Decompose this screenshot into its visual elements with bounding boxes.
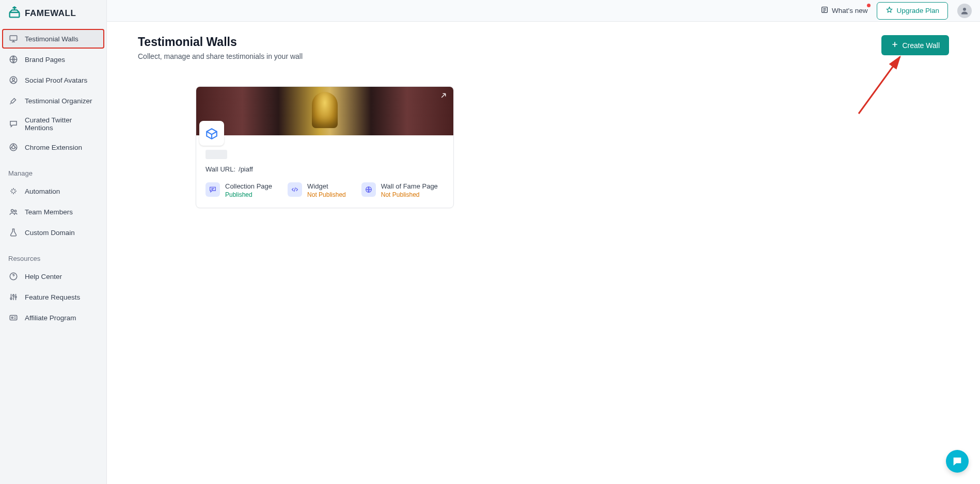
wall-banner [196,87,453,135]
svg-rect-0 [10,12,20,17]
wall-card[interactable]: Wall URL: /piaff Collection Page Publish… [196,86,454,208]
create-wall-label: Create Wall [902,41,940,50]
news-icon [820,6,829,15]
sidebar-item-label: Chrome Extension [25,144,82,151]
sidebar-item-testimonial-walls[interactable]: Testimonial Walls [2,29,104,49]
stat-widget[interactable]: Widget Not Published [288,182,346,198]
globe-icon [8,54,19,65]
sidebar-item-label: Curated Twitter Mentions [25,116,98,132]
stat-status: Not Published [381,191,438,198]
nav-section-manage: Manage [3,158,103,181]
sidebar-item-curated-twitter-mentions[interactable]: Curated Twitter Mentions [3,112,103,136]
chrome-icon [8,142,19,152]
sidebar-item-label: Team Members [25,208,73,216]
sliders-icon [8,292,19,302]
users-icon [8,207,19,217]
globe-icon [361,182,376,197]
expand-icon[interactable] [439,91,448,102]
chat-icon [8,119,19,129]
sparkle-icon [8,186,19,196]
create-wall-button[interactable]: Create Wall [881,35,949,55]
sidebar-item-label: Feature Requests [25,293,80,301]
wall-url: Wall URL: /piaff [206,165,444,173]
notification-dot [867,4,871,7]
sidebar-item-automation[interactable]: Automation [3,181,103,201]
presentation-icon [8,34,19,44]
page-subtitle: Collect, manage and share testimonials i… [138,52,303,60]
sidebar-item-label: Affiliate Program [25,314,76,322]
svg-point-4 [12,78,15,81]
stat-status: Published [225,191,272,198]
message-icon [206,182,220,197]
user-circle-icon [8,75,19,85]
tools-icon [8,96,19,106]
sidebar-item-label: Social Proof Avatars [25,76,87,84]
stat-label: Collection Page [225,182,272,190]
svg-point-12 [15,296,17,298]
wall-url-label: Wall URL: [206,165,235,173]
nav-main: Testimonial Walls Brand Pages Social Pro… [0,29,106,329]
page-title: Testimonial Walls [138,35,303,49]
topbar: What's new Upgrade Plan [107,0,980,22]
svg-point-11 [13,295,14,296]
stat-label: Widget [307,182,346,190]
whats-new-link[interactable]: What's new [820,6,867,15]
sidebar-item-help-center[interactable]: Help Center [3,267,103,286]
svg-point-14 [11,317,13,319]
wall-stats: Collection Page Published Widget Not Pub… [196,182,453,208]
wall-body: Wall URL: /piaff [196,135,453,182]
wall-name-placeholder [206,150,227,159]
sidebar-item-brand-pages[interactable]: Brand Pages [3,50,103,69]
sidebar-item-team-members[interactable]: Team Members [3,202,103,222]
sidebar-item-social-proof-avatars[interactable]: Social Proof Avatars [3,70,103,90]
sidebar-item-label: Testimonial Walls [25,35,78,43]
whats-new-label: What's new [832,7,867,14]
content: Testimonial Walls Collect, manage and sh… [107,22,980,484]
star-icon [886,6,893,15]
code-icon [288,182,302,197]
svg-point-7 [11,210,14,212]
sidebar-item-testimonial-organizer[interactable]: Testimonial Organizer [3,91,103,111]
svg-point-16 [963,8,966,11]
upgrade-label: Upgrade Plan [896,7,939,14]
wall-url-value: /piaff [239,165,253,173]
flask-icon [8,227,19,238]
svg-rect-1 [10,36,17,40]
main: What's new Upgrade Plan Testimonial Wall… [107,0,980,484]
stat-label: Wall of Fame Page [381,182,438,190]
wall-grid: Wall URL: /piaff Collection Page Publish… [138,86,949,208]
upgrade-plan-button[interactable]: Upgrade Plan [877,2,948,20]
help-icon [8,271,19,282]
logo-icon [7,5,22,22]
wall-logo [199,121,224,146]
sidebar-item-custom-domain[interactable]: Custom Domain [3,223,103,242]
sidebar-item-affiliate-program[interactable]: Affiliate Program [3,308,103,327]
sidebar-item-chrome-extension[interactable]: Chrome Extension [3,137,103,157]
logo[interactable]: FAMEWALL [0,0,106,29]
card-icon [8,313,19,323]
svg-point-6 [12,146,15,149]
logo-text: FAMEWALL [25,8,76,19]
stat-wall-of-fame[interactable]: Wall of Fame Page Not Published [361,182,438,198]
sidebar-item-label: Custom Domain [25,229,75,237]
page-header: Testimonial Walls Collect, manage and sh… [138,35,949,60]
stat-status: Not Published [307,191,346,198]
svg-point-8 [14,210,17,212]
user-avatar[interactable] [957,4,972,18]
sidebar-item-label: Brand Pages [25,56,65,64]
stat-collection-page[interactable]: Collection Page Published [206,182,272,198]
sidebar-item-feature-requests[interactable]: Feature Requests [3,287,103,307]
chat-fab[interactable] [946,450,969,473]
sidebar-item-label: Testimonial Organizer [25,97,92,105]
sidebar-item-label: Help Center [25,273,62,280]
plus-icon [891,40,899,50]
sidebar: FAMEWALL Testimonial Walls Brand Pages S… [0,0,107,484]
sidebar-item-label: Automation [25,188,60,195]
nav-section-resources: Resources [3,243,103,267]
svg-point-10 [10,298,12,300]
